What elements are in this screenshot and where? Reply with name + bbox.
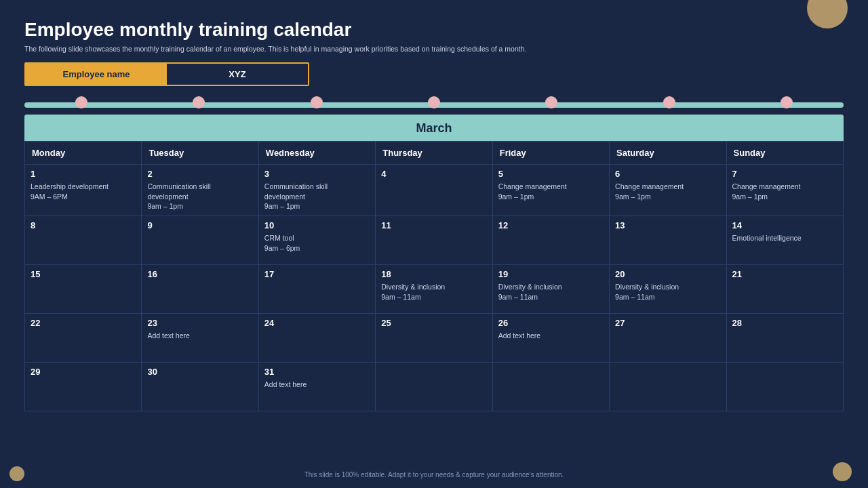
day-number: 28: [732, 318, 837, 328]
calendar-table: Monday Tuesday Wednesday Thursday Friday…: [24, 141, 844, 411]
calendar-cell-w1-d7: 7Change management9am – 1pm: [726, 165, 843, 216]
timeline-dot-1: [75, 96, 87, 108]
day-number: 23: [147, 318, 252, 328]
day-number: 16: [147, 269, 252, 279]
day-number: 5: [498, 169, 604, 179]
col-wednesday: Wednesday: [258, 142, 375, 165]
calendar-cell-w2-d4: 11: [376, 216, 492, 265]
day-number: 3: [264, 169, 370, 179]
timeline-dot-4: [428, 96, 440, 108]
calendar-cell-w1-d2: 2Communication skill development9am – 1p…: [142, 165, 258, 216]
day-number: 25: [381, 318, 486, 328]
calendar-cell-w4-d5: 26Add text here: [492, 314, 609, 363]
day-event: Diversity & inclusion9am – 11am: [381, 282, 486, 302]
col-monday: Monday: [25, 142, 142, 165]
calendar-cell-w4-d1: 22: [25, 314, 142, 363]
calendar-cell-w1-d6: 6Change management9am – 1pm: [610, 165, 726, 216]
calendar-wrapper: March Monday Tuesday Wednesday Thursday …: [24, 115, 844, 411]
day-number: 27: [615, 318, 720, 328]
day-event: Add text here: [498, 331, 604, 341]
day-event: Communication skill development9am – 1pm: [147, 182, 252, 211]
calendar-cell-w3-d6: 20Diversity & inclusion9am – 11am: [610, 265, 726, 314]
calendar-cell-w5-d5: [492, 363, 609, 411]
timeline-dots: [24, 96, 844, 108]
day-number: 2: [147, 169, 252, 179]
calendar-cell-w3-d4: 18Diversity & inclusion9am – 11am: [376, 265, 492, 314]
calendar-cell-w4-d6: 27: [610, 314, 726, 363]
timeline-dot-5: [545, 96, 557, 108]
calendar-cell-w5-d4: [376, 363, 492, 411]
calendar-cell-w5-d2: 30: [142, 363, 258, 411]
timeline-dot-6: [663, 96, 675, 108]
calendar-cell-w2-d3: 10CRM tool9am – 6pm: [258, 216, 375, 265]
calendar-cell-w5-d1: 29: [25, 363, 142, 411]
employee-badge: Employee name XYZ: [24, 62, 309, 86]
calendar-cell-w4-d2: 23Add text here: [142, 314, 258, 363]
col-tuesday: Tuesday: [142, 142, 258, 165]
calendar-week-5: 293031Add text here: [25, 363, 844, 411]
day-event: CRM tool9am – 6pm: [264, 233, 370, 253]
calendar-week-3: 15161718Diversity & inclusion9am – 11am1…: [25, 265, 844, 314]
timeline-dot-2: [193, 96, 205, 108]
day-event: Change management9am – 1pm: [732, 182, 837, 201]
timeline-dot-7: [781, 96, 793, 108]
calendar-cell-w1-d4: 4: [376, 165, 492, 216]
calendar-week-4: 2223Add text here242526Add text here2728: [25, 314, 844, 363]
day-event: Diversity & inclusion9am – 11am: [615, 282, 720, 302]
col-saturday: Saturday: [610, 142, 726, 165]
calendar-cell-w1-d1: 1Leadership development9AM – 6PM: [25, 165, 142, 216]
day-number: 8: [31, 220, 136, 230]
day-event: Change management9am – 1pm: [498, 182, 604, 201]
calendar-cell-w4-d3: 24: [258, 314, 375, 363]
day-number: 15: [31, 269, 136, 279]
calendar-cell-w3-d7: 21: [726, 265, 843, 314]
day-event: Add text here: [264, 380, 370, 390]
calendar-week-2: 8910CRM tool9am – 6pm11121314Emotional i…: [25, 216, 844, 265]
day-number: 29: [31, 367, 136, 377]
calendar-header-row: Monday Tuesday Wednesday Thursday Friday…: [25, 142, 844, 165]
calendar-cell-w4-d7: 28: [726, 314, 843, 363]
calendar-cell-w3-d2: 16: [142, 265, 258, 314]
day-number: 9: [147, 220, 252, 230]
day-event: Change management9am – 1pm: [615, 182, 720, 201]
day-number: 18: [381, 269, 486, 279]
day-number: 4: [381, 169, 486, 179]
day-number: 12: [498, 220, 604, 230]
calendar-cell-w2-d1: 8: [25, 216, 142, 265]
deco-circle-bottom-left: [9, 466, 24, 481]
day-event: Leadership development9AM – 6PM: [31, 182, 136, 201]
calendar-cell-w3-d1: 15: [25, 265, 142, 314]
calendar-cell-w5-d6: [610, 363, 726, 411]
calendar-cell-w4-d4: 25: [376, 314, 492, 363]
calendar-cell-w2-d7: 14Emotional intelligence: [726, 216, 843, 265]
calendar-cell-w2-d2: 9: [142, 216, 258, 265]
day-number: 22: [31, 318, 136, 328]
slide-container: Employee monthly training calendar The f…: [0, 0, 868, 488]
day-number: 26: [498, 318, 604, 328]
day-number: 31: [264, 367, 370, 377]
calendar-cell-w2-d6: 13: [610, 216, 726, 265]
footer-text: This slide is 100% editable. Adapt it to…: [304, 471, 564, 479]
day-number: 14: [732, 220, 837, 230]
day-number: 24: [264, 318, 370, 328]
day-number: 1: [31, 169, 136, 179]
day-number: 30: [147, 367, 252, 377]
day-number: 6: [615, 169, 720, 179]
col-friday: Friday: [492, 142, 609, 165]
day-event: Emotional intelligence: [732, 233, 837, 243]
day-event: Diversity & inclusion9am – 11am: [498, 282, 604, 302]
deco-circle-bottom-right: [833, 462, 852, 481]
day-number: 10: [264, 220, 370, 230]
col-thursday: Thursday: [376, 142, 492, 165]
employee-name-value: XYZ: [167, 64, 308, 85]
calendar-cell-w3-d5: 19Diversity & inclusion9am – 11am: [492, 265, 609, 314]
timeline-row: [24, 96, 844, 115]
col-sunday: Sunday: [726, 142, 843, 165]
slide-title: Employee monthly training calendar: [24, 19, 844, 41]
day-event: Communication skill development9am – 1pm: [264, 182, 370, 211]
calendar-month-header: March: [24, 115, 844, 141]
calendar-week-1: 1Leadership development9AM – 6PM2Communi…: [25, 165, 844, 216]
calendar-cell-w5-d7: [726, 363, 843, 411]
day-number: 19: [498, 269, 604, 279]
calendar-cell-w2-d5: 12: [492, 216, 609, 265]
